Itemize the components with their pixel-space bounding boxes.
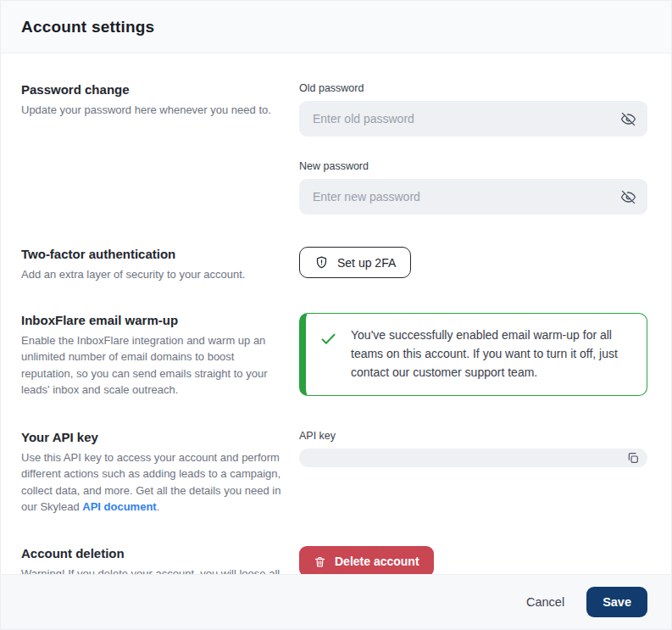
checkmark-icon xyxy=(319,330,337,348)
setup-2fa-button[interactable]: Set up 2FA xyxy=(299,247,411,278)
warmup-success-alert: You've successfully enabled email warm-u… xyxy=(299,313,647,396)
copy-icon xyxy=(626,451,640,465)
new-password-label: New password xyxy=(299,160,647,172)
api-key-input[interactable] xyxy=(299,449,647,467)
twofa-section-title: Two-factor authentication xyxy=(21,247,282,261)
trash-icon xyxy=(314,555,326,568)
new-password-input[interactable] xyxy=(299,179,647,215)
copy-api-key-button[interactable] xyxy=(625,450,641,466)
panel-header: Account settings xyxy=(1,1,671,53)
old-password-input[interactable] xyxy=(299,101,647,137)
old-password-label: Old password xyxy=(299,82,647,94)
deletion-section-description: Warning! If you delete your account, you… xyxy=(21,566,282,574)
eye-off-icon xyxy=(620,111,636,127)
deletion-section-title: Account deletion xyxy=(21,546,282,560)
api-document-link[interactable]: API document xyxy=(82,500,156,513)
section-password-change: Password change Update your password her… xyxy=(21,82,647,215)
password-section-description: Update your password here whenever you n… xyxy=(21,102,282,118)
delete-account-button[interactable]: Delete account xyxy=(299,546,434,574)
panel-body: Password change Update your password her… xyxy=(1,53,671,574)
twofa-section-description: Add an extra layer of security to your a… xyxy=(21,266,282,282)
warmup-section-description: Enable the InboxFlare integration and wa… xyxy=(21,332,282,398)
eye-off-icon xyxy=(620,189,636,205)
password-section-title: Password change xyxy=(21,82,282,97)
api-key-field-wrap xyxy=(299,449,647,467)
api-key-label: API key xyxy=(299,430,647,442)
old-password-field-wrap xyxy=(299,101,647,137)
account-settings-panel: Account settings Password change Update … xyxy=(0,0,672,630)
toggle-new-password-visibility-button[interactable] xyxy=(619,187,637,206)
new-password-field-wrap xyxy=(299,179,647,215)
section-api-key: Your API key Use this API key to access … xyxy=(21,430,647,515)
section-account-deletion: Account deletion Warning! If you delete … xyxy=(21,546,647,574)
warmup-alert-text: You've successfully enabled email warm-u… xyxy=(351,326,631,382)
old-password-group: Old password xyxy=(299,82,647,137)
section-two-factor: Two-factor authentication Add an extra l… xyxy=(21,247,647,282)
panel-footer: Cancel Save xyxy=(1,574,671,629)
shield-icon xyxy=(314,255,329,270)
toggle-old-password-visibility-button[interactable] xyxy=(619,109,637,128)
delete-account-label: Delete account xyxy=(335,555,419,568)
new-password-group: New password xyxy=(299,160,647,215)
cancel-button[interactable]: Cancel xyxy=(526,595,564,609)
api-section-description: Use this API key to access your account … xyxy=(21,449,282,515)
api-section-title: Your API key xyxy=(21,430,282,444)
section-email-warmup: InboxFlare email warm-up Enable the Inbo… xyxy=(21,313,647,398)
setup-2fa-label: Set up 2FA xyxy=(337,256,396,270)
warmup-section-title: InboxFlare email warm-up xyxy=(21,313,282,327)
save-button[interactable]: Save xyxy=(586,587,647,617)
page-title: Account settings xyxy=(21,18,154,36)
